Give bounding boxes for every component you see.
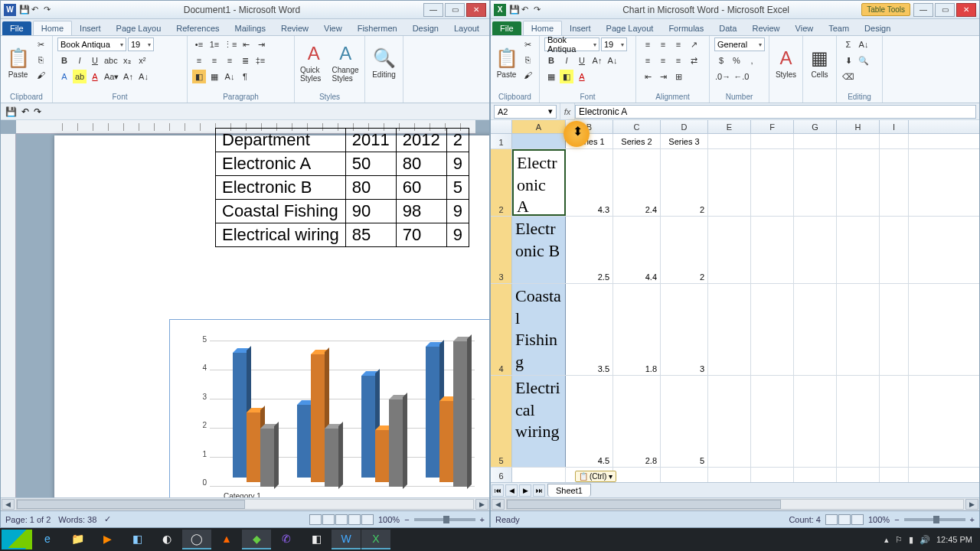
decrease-decimal-icon[interactable]: ←.0	[733, 70, 750, 83]
view-buttons[interactable]	[825, 514, 864, 525]
select-all-corner[interactable]	[491, 120, 512, 133]
cell[interactable]: 3.5	[566, 284, 613, 375]
tab-view[interactable]: View	[316, 21, 350, 35]
clear-icon[interactable]: ⌫	[841, 70, 855, 83]
cells-button[interactable]: ▦Cells	[808, 37, 831, 88]
cell[interactable]	[794, 217, 837, 283]
table-cell[interactable]: 9	[446, 152, 469, 176]
zoom-in-icon[interactable]: +	[970, 515, 975, 524]
system-tray[interactable]: ▴ ⚐ ▮ 🔊 12:45 PM	[884, 535, 978, 545]
scroll-thumb[interactable]	[507, 500, 781, 509]
align-right-icon[interactable]: ≡	[671, 54, 685, 67]
column-header-G[interactable]: G	[794, 120, 837, 133]
scroll-left-icon[interactable]: ◀	[2, 499, 15, 510]
redo-icon[interactable]: ↷	[44, 5, 54, 15]
embedded-chart[interactable]: 012345 Category 1 Series 1	[169, 319, 489, 497]
cell[interactable]: Electrical wiring	[512, 376, 566, 467]
change-case-icon[interactable]: Aa▾	[103, 70, 119, 83]
font-size-combo[interactable]: 19▾	[601, 37, 627, 51]
excel-grid[interactable]: ABCDEFGHI 1Series 1Series 2Series 32Elec…	[491, 120, 979, 482]
zoom-in-icon[interactable]: +	[480, 515, 485, 524]
find-icon[interactable]: 🔍	[857, 54, 871, 67]
tab-references[interactable]: References	[168, 21, 227, 35]
row-header[interactable]: 5	[491, 376, 512, 467]
strike-button[interactable]: abc	[103, 54, 119, 67]
tab-team[interactable]: Team	[821, 21, 857, 35]
paste-button[interactable]: 📋Paste	[495, 37, 518, 88]
numbering-icon[interactable]: 1≡	[207, 37, 221, 51]
row-header[interactable]: 6	[491, 468, 512, 482]
cell[interactable]	[751, 217, 794, 283]
tab-insert[interactable]: Insert	[72, 21, 109, 35]
borders-icon[interactable]: ▦	[207, 70, 221, 83]
taskbar-app-icon[interactable]: ◧	[302, 530, 331, 549]
cell[interactable]: Electronic A	[512, 149, 566, 216]
table-cell[interactable]: 70	[396, 223, 446, 247]
zoom-slider[interactable]	[904, 518, 965, 521]
copy-icon[interactable]: ⎘	[34, 53, 47, 67]
tab-data[interactable]: Data	[711, 21, 744, 35]
table-header-2011[interactable]: 2011	[345, 129, 396, 152]
tab-review[interactable]: Review	[744, 21, 787, 35]
cell[interactable]	[794, 149, 837, 216]
autosum-icon[interactable]: Σ	[841, 37, 855, 51]
editing-button[interactable]: 🔍Editing	[370, 37, 398, 88]
word-data-table[interactable]: Department 2011 2012 2 Electronic A50809…	[215, 128, 469, 247]
bullets-icon[interactable]: •≡	[192, 37, 206, 51]
table-cell[interactable]: 90	[345, 200, 396, 223]
status-page[interactable]: Page: 1 of 2	[5, 515, 51, 524]
sort-filter-icon[interactable]: A↓	[857, 37, 871, 51]
zoom-out-icon[interactable]: −	[404, 515, 409, 524]
tab-design[interactable]: Design	[857, 21, 898, 35]
format-painter-icon[interactable]: 🖌	[521, 68, 534, 82]
cell[interactable]	[751, 284, 794, 375]
table-header-cut[interactable]: 2	[446, 129, 469, 152]
excel-titlebar[interactable]: X 💾 ↶ ↷ Chart in Microsoft Word - Micros…	[491, 1, 979, 19]
decrease-indent-icon[interactable]: ⇤	[239, 37, 253, 51]
scroll-right-icon[interactable]: ▶	[475, 499, 488, 510]
taskbar-viber-icon[interactable]: ✆	[272, 530, 301, 549]
start-button[interactable]	[2, 530, 32, 549]
column-header-D[interactable]: D	[661, 120, 708, 133]
cell[interactable]	[837, 134, 880, 148]
word-hscroll[interactable]: ◀ ▶	[1, 497, 489, 510]
cell[interactable]	[708, 284, 751, 375]
format-painter-icon[interactable]: 🖌	[34, 68, 47, 82]
maximize-button[interactable]: ▭	[935, 3, 955, 17]
cell[interactable]: Series 3	[661, 134, 708, 148]
table-cell[interactable]: 5	[446, 176, 469, 200]
table-cell[interactable]: 85	[345, 223, 396, 247]
close-button[interactable]: ✕	[956, 3, 976, 17]
tab-layout[interactable]: Layout	[446, 21, 487, 35]
row-header[interactable]: 2	[491, 149, 512, 216]
tab-mailings[interactable]: Mailings	[227, 21, 273, 35]
zoom-out-icon[interactable]: −	[894, 515, 899, 524]
cell[interactable]	[880, 149, 909, 216]
shading-icon[interactable]: ◧	[192, 70, 206, 83]
cell[interactable]	[708, 376, 751, 467]
status-zoom[interactable]: 100%	[378, 515, 400, 524]
grow-font-icon[interactable]: A↑	[121, 70, 135, 83]
tray-flag-icon[interactable]: ⚐	[895, 535, 903, 545]
cell[interactable]	[512, 134, 566, 148]
taskbar-media-icon[interactable]: ▶	[93, 530, 122, 549]
italic-button[interactable]: I	[73, 54, 87, 67]
column-header-B[interactable]: B	[566, 120, 613, 133]
table-header-2012[interactable]: 2012	[396, 129, 446, 152]
taskbar-ie-icon[interactable]: e	[33, 530, 62, 549]
cut-icon[interactable]: ✂	[34, 37, 47, 51]
cell[interactable]: Electronic B	[512, 217, 566, 283]
align-center-icon[interactable]: ≡	[207, 54, 221, 67]
redo-icon[interactable]: ↷	[34, 106, 41, 117]
close-button[interactable]: ✕	[466, 3, 486, 17]
cell[interactable]	[751, 468, 794, 482]
tab-file[interactable]: File	[492, 21, 521, 35]
save-icon[interactable]: 💾	[5, 106, 17, 117]
font-size-combo[interactable]: 19▾	[128, 37, 154, 51]
fill-color-icon[interactable]: ◧	[560, 70, 573, 83]
cell[interactable]	[708, 468, 751, 482]
sheet-nav-next-icon[interactable]: ▶	[519, 484, 531, 497]
align-top-icon[interactable]: ≡	[641, 37, 655, 51]
column-header-I[interactable]: I	[880, 120, 909, 133]
shrink-font-icon[interactable]: A↓	[606, 54, 619, 67]
